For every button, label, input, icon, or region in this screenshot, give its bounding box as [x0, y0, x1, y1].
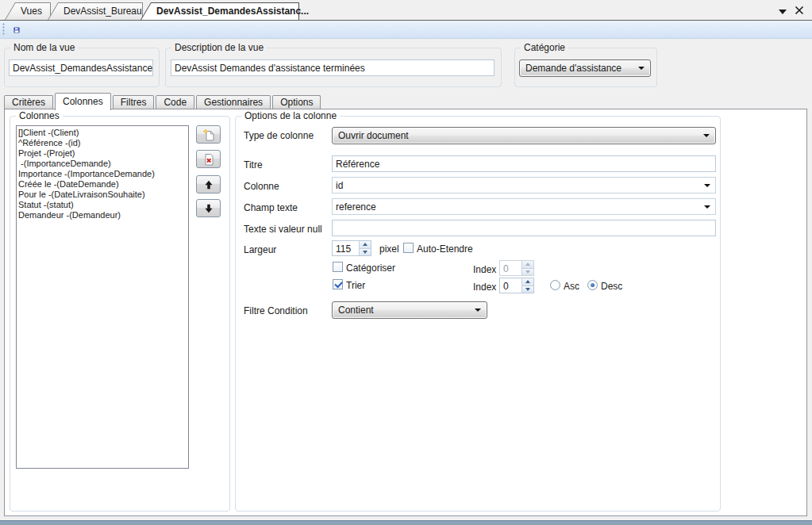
titre-label: Titre: [244, 159, 263, 171]
doc-tab-vues[interactable]: Vues: [5, 2, 51, 20]
list-item[interactable]: ^Référence -(id): [18, 138, 188, 148]
spinner-value: 0: [500, 278, 521, 293]
dropdown-arrow-icon: [704, 184, 710, 187]
trier-index-spinner[interactable]: 0: [499, 278, 534, 293]
document-tabbar: Vues DevAssist_Bureau DevAssist_Demandes…: [0, 0, 812, 21]
dropdown-arrow-icon: [638, 67, 645, 70]
combobox-value: reference: [336, 201, 704, 213]
desc-label: Desc: [601, 281, 622, 292]
filtre-condition-label: Filtre Condition: [244, 305, 308, 316]
window-controls: [779, 6, 804, 15]
groupbox-options-colonne: Options de la colonne Type de colonne Ou…: [235, 116, 721, 512]
chevron-down-icon[interactable]: [779, 10, 787, 14]
save-button[interactable]: [8, 22, 25, 37]
tab-label: Gestionnaires: [204, 97, 263, 108]
doc-tab-label: DevAssist_Bureau: [48, 2, 143, 17]
close-icon[interactable]: [795, 6, 804, 15]
tab-filtres[interactable]: Filtres: [113, 95, 155, 109]
list-item[interactable]: Statut -(statut): [18, 200, 188, 210]
doc-tab-label: DevAssist_DemandesAssistanc...: [140, 2, 299, 17]
texte-null-input[interactable]: [332, 220, 716, 236]
tab-colonnes[interactable]: Colonnes: [55, 93, 111, 110]
categoriser-index-label: Index: [473, 264, 496, 275]
columns-listbox[interactable]: []Client -(Client)^Référence -(id)Projet…: [16, 125, 189, 469]
doc-tab-devassist-bureau[interactable]: DevAssist_Bureau: [48, 2, 143, 20]
combobox-value: id: [336, 180, 704, 191]
list-item[interactable]: Importance -(ImportanceDemande): [18, 169, 188, 179]
toolbar-grip[interactable]: [2, 23, 6, 36]
spinner-down-icon: [525, 288, 530, 291]
list-item[interactable]: -(ImportanceDemande): [18, 159, 188, 169]
tab-label: Filtres: [121, 97, 147, 108]
save-icon: [13, 24, 20, 36]
tab-criteres[interactable]: Critères: [4, 95, 53, 109]
editor-tabstrip: Critères Colonnes Filtres Code Gestionna…: [4, 92, 322, 109]
colonne-combobox[interactable]: id: [332, 177, 716, 194]
spinner-buttons: [521, 278, 533, 293]
spinner-up-button[interactable]: [522, 278, 533, 285]
tab-label: Options: [280, 97, 313, 108]
spinner-down-button[interactable]: [360, 248, 371, 256]
desc-radio[interactable]: [587, 280, 598, 290]
doc-tab-label: Vues: [5, 2, 51, 17]
dropdown-arrow-icon: [475, 308, 481, 312]
combobox-value: Ouvrir document: [338, 130, 703, 141]
groupbox-label: Catégorie: [521, 42, 568, 53]
champ-texte-label: Champ texte: [244, 202, 298, 213]
largeur-spinner[interactable]: 115: [332, 240, 371, 256]
categorie-combobox[interactable]: Demande d'assistance: [519, 59, 651, 77]
spinner-up-button[interactable]: [360, 241, 371, 248]
new-document-icon: [202, 128, 215, 141]
list-item[interactable]: Pour le -(DateLivraisonSouhaite): [18, 190, 188, 200]
view-editor-window: Vues DevAssist_Bureau DevAssist_Demandes…: [0, 0, 812, 525]
spinner-down-icon: [525, 270, 530, 274]
tab-options[interactable]: Options: [272, 95, 321, 109]
groupbox-colonnes: Colonnes []Client -(Client)^Référence -(…: [10, 116, 230, 512]
view-description-input[interactable]: DevAssist Demandes d'assistance terminée…: [171, 59, 495, 76]
spinner-up-icon: [525, 262, 530, 266]
spinner-up-button: [522, 261, 533, 268]
auto-etendre-checkbox[interactable]: [403, 243, 414, 253]
asc-radio[interactable]: [550, 280, 560, 290]
list-item[interactable]: Créée le -(DateDemande): [18, 179, 188, 190]
delete-document-icon: [202, 153, 215, 166]
spinner-down-button[interactable]: [522, 285, 533, 293]
tab-label: Code: [164, 97, 187, 108]
list-item[interactable]: []Client -(Client): [18, 128, 188, 138]
list-item[interactable]: Projet -(Projet): [18, 148, 188, 159]
tab-label: Colonnes: [63, 96, 103, 107]
type-colonne-label: Type de colonne: [244, 130, 314, 141]
filtre-condition-combobox[interactable]: Contient: [332, 301, 487, 319]
list-item[interactable]: Demandeur -(Demandeur): [18, 210, 188, 220]
move-up-button[interactable]: [196, 175, 221, 194]
texte-null-label: Texte si valeur null: [244, 224, 322, 235]
champ-texte-combobox[interactable]: reference: [332, 198, 716, 215]
asc-label: Asc: [564, 281, 579, 292]
spinner-down-icon: [363, 251, 368, 254]
trier-checkbox[interactable]: [333, 279, 343, 289]
categoriser-checkbox[interactable]: [333, 262, 343, 272]
trier-label: Trier: [346, 280, 365, 291]
spinner-buttons: [521, 261, 533, 275]
pixel-unit-label: pixel: [379, 243, 399, 255]
tab-gestionnaires[interactable]: Gestionnaires: [196, 95, 271, 109]
titre-input[interactable]: Référence: [332, 155, 716, 172]
groupbox-label: Description de la vue: [171, 42, 267, 53]
doc-tab-devassist-demandes[interactable]: DevAssist_DemandesAssistanc...: [140, 2, 299, 20]
groupbox-nom-de-la-vue: Nom de la vue DevAssist_DemandesAssistan…: [4, 48, 160, 87]
move-down-button[interactable]: [196, 199, 221, 217]
spinner-up-icon: [363, 243, 368, 246]
auto-etendre-label: Auto-Etendre: [417, 243, 473, 255]
spinner-up-icon: [525, 280, 530, 283]
tab-code[interactable]: Code: [156, 95, 194, 109]
spinner-value: 115: [333, 241, 359, 255]
view-name-input[interactable]: DevAssist_DemandesAssistancesTerm: [9, 59, 153, 76]
categoriser-index-spinner: 0: [499, 260, 534, 276]
dropdown-arrow-icon: [704, 205, 710, 209]
add-column-button[interactable]: [196, 125, 221, 144]
combobox-value: Demande d'assistance: [525, 63, 638, 74]
dropdown-arrow-icon: [703, 134, 710, 137]
groupbox-label: Colonnes: [16, 110, 63, 121]
type-colonne-combobox[interactable]: Ouvrir document: [332, 127, 716, 144]
delete-column-button[interactable]: [196, 150, 221, 168]
